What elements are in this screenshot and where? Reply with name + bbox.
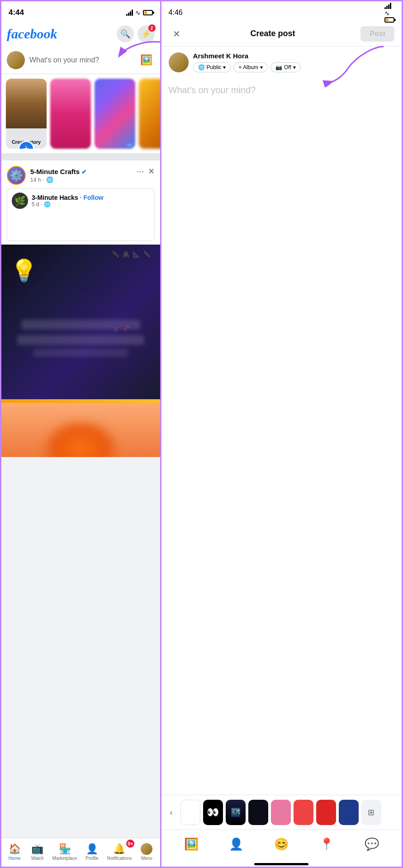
nav-profile[interactable]: 👤 Profile bbox=[81, 841, 103, 863]
follow-button[interactable]: · Follow bbox=[80, 194, 104, 201]
lightbulb-icon: 💡 bbox=[10, 258, 38, 283]
story-card-3[interactable] bbox=[139, 79, 160, 149]
post-page-name: 5-Minute Crafts ✔ bbox=[30, 168, 87, 175]
album-chevron: ▾ bbox=[260, 64, 263, 71]
user-avatar-small bbox=[7, 51, 25, 69]
post-tools-bar: 🖼️ 👤 😊 📍 💬 bbox=[161, 830, 402, 859]
red-swatch[interactable] bbox=[294, 800, 313, 825]
shared-avatar: 🌿 bbox=[12, 193, 28, 209]
post-image: 💡 ✏️ 🔔 📐 📏 ✂️ 📌 bbox=[1, 245, 160, 403]
decoration-pattern: ✏️ 🔔 📐 📏 ✂️ 📌 bbox=[106, 245, 160, 403]
camera-pill-icon: 📷 bbox=[275, 64, 282, 71]
orange-glow bbox=[44, 421, 117, 457]
nav-marketplace-label: Marketplace bbox=[52, 856, 77, 861]
post-header: ⚙️ 5-Minute Crafts ✔ 14 h · 🌐 ··· ✕ bbox=[1, 160, 160, 189]
post-user-details: 5-Minute Crafts ✔ 14 h · 🌐 bbox=[30, 168, 87, 183]
right-signal-icon bbox=[384, 3, 394, 9]
color-picker-back[interactable]: ‹ bbox=[165, 806, 178, 819]
nav-menu-label: Menu bbox=[141, 856, 152, 861]
create-story-card[interactable]: + Create story bbox=[6, 79, 47, 149]
signal-icon bbox=[126, 9, 133, 16]
photo-video-tool[interactable]: 🖼️ bbox=[181, 835, 201, 854]
shared-globe: 🌐 bbox=[44, 201, 51, 208]
shared-user-details: 3-Minute Hacks · Follow 5 d · 🌐 bbox=[32, 194, 104, 208]
right-time: 4:46 bbox=[169, 9, 183, 17]
header-icons: 🔍 ⚡ 2 bbox=[117, 25, 155, 42]
story-dots bbox=[127, 144, 132, 146]
album-pill[interactable]: + Album ▾ bbox=[233, 62, 268, 72]
blurred-line-2 bbox=[12, 227, 101, 235]
left-status-icons: ∿ bbox=[126, 9, 153, 16]
left-status-bar: 4:44 ∿ bbox=[1, 1, 160, 21]
tag-people-tool[interactable]: 👤 bbox=[226, 835, 246, 854]
right-home-bar bbox=[254, 863, 308, 865]
user-name-section: Arshmeet K Hora 🌐 Public ▾ + Album ▾ 📷 O… bbox=[193, 52, 301, 72]
shared-meta: 5 d · 🌐 bbox=[32, 201, 104, 208]
shared-page-name: 3-Minute Hacks · Follow bbox=[32, 194, 104, 201]
globe-pill-icon: 🌐 bbox=[198, 64, 205, 71]
post-content-area[interactable]: What's on your mind? bbox=[161, 78, 402, 795]
messenger-badge: 2 bbox=[148, 24, 156, 32]
off-pill[interactable]: 📷 Off ▾ bbox=[270, 62, 301, 72]
nav-home[interactable]: 🏠 Home bbox=[3, 841, 26, 863]
more-options-button[interactable]: ··· bbox=[137, 166, 144, 176]
navy-swatch[interactable] bbox=[339, 800, 359, 825]
nav-notifications[interactable]: 🔔 9+ Notifications bbox=[104, 841, 135, 863]
pink-swatch[interactable] bbox=[271, 800, 291, 825]
user-display-name: Arshmeet K Hora bbox=[193, 52, 301, 60]
public-pill[interactable]: 🌐 Public ▾ bbox=[193, 62, 231, 72]
post-actions: ··· ✕ bbox=[137, 166, 155, 176]
search-button[interactable]: 🔍 bbox=[117, 25, 134, 42]
nav-marketplace[interactable]: 🏪 Marketplace bbox=[49, 841, 81, 863]
nav-menu[interactable]: Menu bbox=[135, 841, 158, 863]
post-button[interactable]: Post bbox=[360, 26, 394, 42]
verified-icon: ✔ bbox=[81, 168, 87, 175]
messenger-button[interactable]: ⚡ 2 bbox=[137, 25, 155, 42]
user-avatar bbox=[169, 52, 189, 72]
location-tool[interactable]: 📍 bbox=[317, 835, 337, 854]
fb-header: facebook 🔍 ⚡ 2 bbox=[1, 21, 160, 47]
facebook-logo: facebook bbox=[7, 26, 57, 42]
nav-watch[interactable]: 📺 Watch bbox=[26, 841, 48, 863]
post-bottom-image bbox=[1, 403, 160, 457]
post-card: ⚙️ 5-Minute Crafts ✔ 14 h · 🌐 ··· ✕ bbox=[1, 160, 160, 457]
white-swatch[interactable] bbox=[180, 800, 200, 825]
create-post-title: Create post bbox=[250, 29, 295, 38]
story-card-2[interactable] bbox=[95, 79, 135, 149]
more-options-tool[interactable]: 💬 bbox=[362, 835, 382, 854]
mind-placeholder-text[interactable]: What's on your mind? bbox=[29, 56, 134, 64]
nav-home-label: Home bbox=[9, 856, 21, 861]
very-dark-swatch[interactable] bbox=[248, 800, 268, 825]
story-card-1[interactable] bbox=[50, 79, 91, 149]
search-icon: 🔍 bbox=[120, 29, 130, 39]
menu-avatar bbox=[141, 843, 152, 855]
privacy-pills: 🌐 Public ▾ + Album ▾ 📷 Off ▾ bbox=[193, 62, 301, 72]
close-create-post-button[interactable]: ✕ bbox=[169, 26, 185, 42]
grid-button[interactable]: ⊞ bbox=[361, 800, 381, 825]
post-image-inner: 💡 ✏️ 🔔 📐 📏 ✂️ 📌 bbox=[1, 245, 160, 403]
whats-on-mind-bar[interactable]: What's on your mind? 🖼️ bbox=[1, 47, 160, 74]
bottom-nav: 🏠 Home 📺 Watch 🏪 Marketplace 👤 Profile 🔔… bbox=[1, 838, 160, 868]
dark-blue-swatch[interactable]: 🌃 bbox=[226, 800, 246, 825]
right-status-icons: ∿ bbox=[384, 3, 394, 23]
feeling-tool[interactable]: 😊 bbox=[271, 835, 291, 854]
post-meta: 14 h · 🌐 bbox=[30, 176, 87, 183]
wifi-icon: ∿ bbox=[135, 9, 141, 16]
color-picker-bar: ‹ 👀 🌃 ⊞ bbox=[161, 795, 402, 830]
close-post-button[interactable]: ✕ bbox=[148, 166, 155, 176]
nav-watch-label: Watch bbox=[31, 856, 44, 861]
nav-notifications-label: Notifications bbox=[107, 856, 132, 861]
marketplace-icon: 🏪 bbox=[59, 843, 71, 855]
public-chevron: ▾ bbox=[223, 64, 226, 71]
right-panel: 4:46 ∿ ✕ Create post Post Arshmeet K Hor… bbox=[161, 1, 402, 868]
dark-red-swatch[interactable] bbox=[316, 800, 336, 825]
shared-dot: · bbox=[41, 201, 44, 208]
left-panel: 4:44 ∿ facebook 🔍 ⚡ 2 bbox=[1, 1, 161, 868]
off-chevron: ▾ bbox=[293, 64, 296, 71]
emoji-eyes-swatch[interactable]: 👀 bbox=[203, 800, 223, 825]
photo-video-icon[interactable]: 🖼️ bbox=[138, 52, 155, 68]
right-wifi-icon: ∿ bbox=[384, 9, 390, 17]
notifications-icon: 🔔 bbox=[113, 843, 125, 855]
watch-icon: 📺 bbox=[31, 843, 43, 855]
post-user-info: ⚙️ 5-Minute Crafts ✔ 14 h · 🌐 bbox=[7, 166, 87, 185]
